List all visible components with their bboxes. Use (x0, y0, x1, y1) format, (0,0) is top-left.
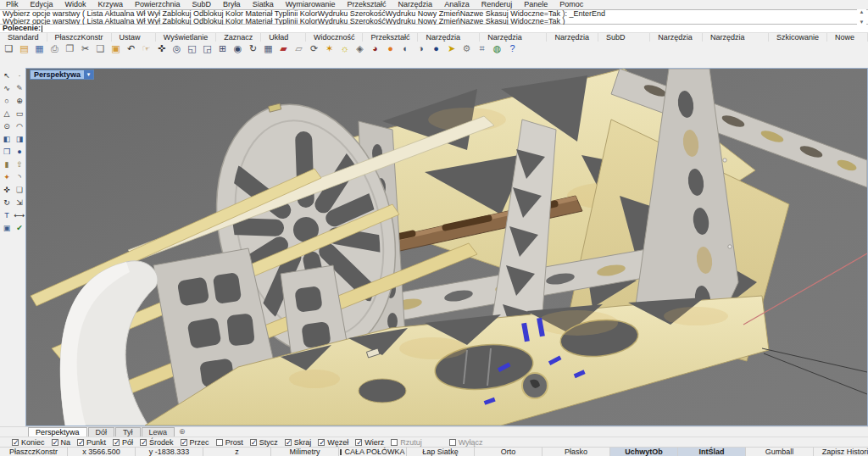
move-icon[interactable]: ✜ (1, 184, 13, 196)
menu-item[interactable]: Przekształć (342, 0, 392, 9)
help-icon[interactable]: ? (505, 42, 520, 55)
text-icon[interactable]: T (1, 209, 13, 221)
cut-icon[interactable]: ✂ (78, 42, 92, 55)
export-icon[interactable]: ❐ (63, 42, 77, 55)
toolbar-tab[interactable]: SubD narzędzia (598, 33, 650, 42)
pan-icon[interactable]: ☞ (139, 42, 153, 55)
lock-icon[interactable]: ◈ (353, 42, 367, 55)
status-cell[interactable]: x 3566.500 (68, 448, 136, 456)
status-cell[interactable]: CAŁA POŁÓWKA (339, 448, 407, 456)
status-cell[interactable]: Orto (475, 448, 542, 456)
render-icon[interactable]: ● (383, 42, 398, 55)
viewport-perspective[interactable]: Perspektywa ▼ (25, 68, 868, 426)
osnap-toggle[interactable]: Na (52, 438, 71, 447)
toolbar-tab[interactable]: Szkicowanie (769, 33, 827, 42)
osnap-toggle[interactable]: Punkt (77, 438, 106, 447)
status-cell[interactable]: z (203, 448, 271, 456)
osnap-toggle[interactable]: Stycz (250, 438, 278, 447)
menu-item[interactable]: Powierzchnia (129, 0, 186, 9)
osnap-toggle[interactable]: Pół (113, 438, 133, 447)
cylinder-icon[interactable]: ▮ (1, 158, 13, 170)
menu-item[interactable]: Edycja (25, 0, 59, 9)
status-cell[interactable]: y -1838.333 (136, 448, 203, 456)
osnap-toggle[interactable]: Skraj (285, 438, 312, 447)
status-cell[interactable]: Łap Siatkę (407, 448, 475, 456)
extrude-icon[interactable]: ⇧ (14, 158, 25, 170)
status-cell[interactable]: Zapisz Historię (814, 448, 868, 456)
viewport-title-tab[interactable]: Perspektywa ▼ (30, 70, 94, 80)
options-gears-icon[interactable]: ⚙ (459, 42, 474, 55)
toolbar-tab[interactable]: Zaznacz (216, 33, 261, 42)
ghosted-viewport-icon[interactable]: ◑ (414, 42, 428, 55)
osnap-toggle[interactable]: Wyłącz (449, 438, 483, 447)
point-icon[interactable]: ⊙ (1, 120, 13, 132)
toolbar-tab[interactable]: PłaszczKonstr (47, 33, 112, 42)
save-icon[interactable]: ▦ (32, 42, 47, 55)
toolbar-tab[interactable]: Przekształć (363, 33, 418, 42)
copy-icon[interactable]: ❑ (93, 42, 108, 55)
ellipse-icon[interactable]: ⊕ (14, 95, 25, 107)
rendered-viewport-icon[interactable]: ● (429, 42, 443, 55)
open-folder-icon[interactable]: ▤ (17, 42, 31, 55)
viewport-tab[interactable]: Lewa (142, 427, 175, 437)
menu-item[interactable]: Plik (0, 0, 25, 9)
status-cell[interactable]: PłaszczKonstr (0, 448, 68, 456)
scroll-up-icon[interactable]: ▲ (860, 9, 865, 14)
menu-item[interactable]: Renderuj (476, 0, 519, 9)
circle-icon[interactable]: ○ (1, 95, 13, 107)
box-icon[interactable]: ❒ (1, 146, 13, 158)
scale-icon[interactable]: ⇲ (14, 197, 25, 209)
dimension-icon[interactable]: ⟷ (14, 209, 25, 221)
copy-duplicate-icon[interactable]: ❏ (14, 184, 25, 196)
rotate-object-icon[interactable]: ⟳ (307, 42, 321, 55)
menu-item[interactable]: Analiza (438, 0, 476, 9)
osnap-toggle[interactable]: Koniec (12, 438, 45, 447)
toolbar-tab[interactable]: Widoczność (306, 33, 364, 42)
check-icon[interactable]: ✔ (14, 222, 25, 234)
viewport-tab[interactable]: Perspektywa (28, 427, 87, 437)
explode-icon[interactable]: ✶ (322, 42, 337, 55)
menu-item[interactable]: Krzywa (92, 0, 130, 9)
menu-item[interactable]: Bryła (217, 0, 247, 9)
viewport-tab[interactable]: Tył (115, 427, 141, 437)
toolbar-tab[interactable]: Nowe w v7 (827, 33, 868, 42)
toolbar-tab[interactable]: Narzędzia Powierzchni (480, 33, 547, 42)
toolbar-tab[interactable]: Narzędzia Siatki (650, 33, 703, 42)
sphere-icon[interactable]: ● (14, 146, 25, 158)
status-cell[interactable]: IntŚlad (678, 448, 746, 456)
group-icon[interactable]: ▣ (1, 222, 13, 234)
earth-icon[interactable]: ◍ (490, 42, 504, 55)
osnap-toggle[interactable]: Przec (181, 438, 209, 447)
osnap-toggle[interactable]: Prost (216, 438, 243, 447)
zoom-dynamic-icon[interactable]: ◲ (200, 42, 214, 55)
arc-icon[interactable]: ◠ (14, 120, 25, 132)
toolbar-tab[interactable]: Układ Rzutni (261, 33, 306, 42)
viewport-dropdown-icon[interactable]: ▼ (84, 70, 93, 79)
osnap-toggle[interactable]: Wierz (355, 438, 384, 447)
paste-icon[interactable]: ▣ (108, 42, 123, 55)
osnap-toggle[interactable]: Środek (140, 438, 174, 447)
toolbar-tab[interactable]: Wyświetlanie (156, 33, 216, 42)
zoom-icon[interactable]: ◎ (170, 42, 184, 55)
copy-object-icon[interactable]: ▱ (292, 42, 306, 55)
zoom-extents-icon[interactable]: ⊞ (215, 42, 230, 55)
viewport-tab[interactable]: Dół (88, 427, 115, 437)
rotate-view-icon[interactable]: ↻ (246, 42, 260, 55)
toolbar-tab[interactable]: Standard (0, 33, 47, 42)
undo-icon[interactable]: ↶ (124, 42, 138, 55)
rectangle-icon[interactable]: ▭ (14, 108, 25, 120)
shaded-viewport-icon[interactable]: ◐ (398, 42, 413, 55)
toolbar-tab[interactable]: Ustaw widok (112, 33, 156, 42)
menu-item[interactable]: Widok (59, 0, 92, 9)
move-view-icon[interactable]: ✜ (154, 42, 169, 55)
curve-edit-icon[interactable]: ✎ (14, 82, 25, 94)
toolbar-tab[interactable]: Narzędzia Renderingu (703, 33, 769, 42)
menu-item[interactable]: SubD (186, 0, 218, 9)
new-file-icon[interactable]: ❏ (2, 42, 16, 55)
toolbar-tab[interactable]: Narzędzia Bryły (547, 33, 598, 42)
menu-item[interactable]: Wymiarowanie (280, 0, 342, 9)
osnap-toggle[interactable]: Węzeł (318, 438, 348, 447)
surface-icon[interactable]: ◧ (1, 133, 13, 145)
status-cell[interactable]: Milimetry (271, 448, 339, 456)
status-cell[interactable]: Płasko (542, 448, 610, 456)
